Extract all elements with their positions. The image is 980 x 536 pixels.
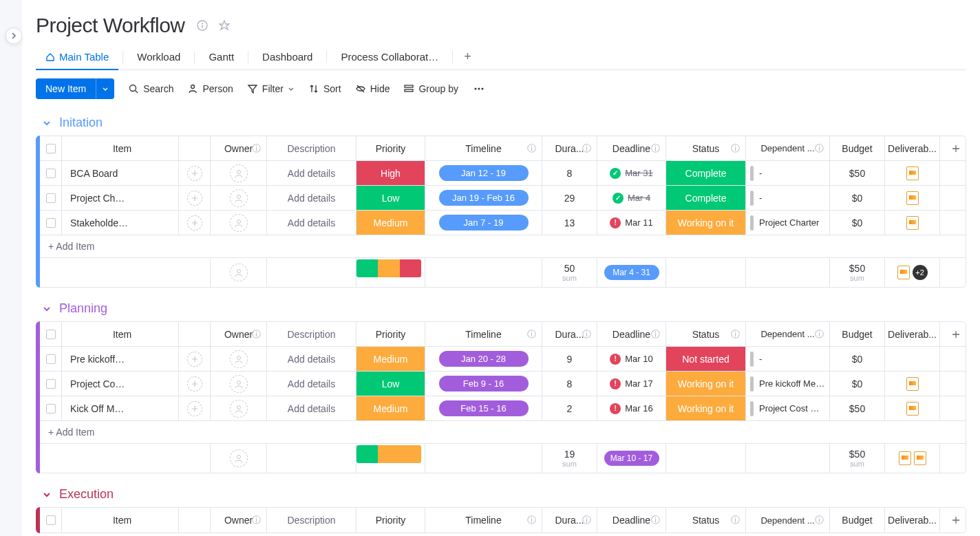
description-cell[interactable]: Add details (267, 347, 356, 371)
row-checkbox[interactable] (46, 193, 56, 203)
group-collapse-button[interactable] (41, 489, 52, 500)
budget-cell[interactable]: $0 (830, 186, 885, 210)
deliverable-cell[interactable] (885, 347, 940, 371)
priority-cell[interactable]: Low (356, 372, 425, 396)
info-icon[interactable]: ⓘ (815, 328, 824, 341)
tab-workload[interactable]: Workload (127, 44, 190, 69)
search-button[interactable]: Search (128, 83, 173, 94)
more-options-button[interactable] (472, 83, 486, 94)
expand-item-button[interactable] (187, 376, 202, 392)
status-cell[interactable]: Working on it (666, 372, 746, 396)
tab-main-table[interactable]: Main Table (36, 44, 118, 69)
priority-cell[interactable]: Medium (356, 396, 425, 420)
add-column-button[interactable] (940, 508, 966, 533)
file-icon[interactable] (906, 167, 919, 180)
timeline-cell[interactable]: Jan 12 - 19 (425, 161, 542, 185)
dependent-cell[interactable]: Project Cost Plan (746, 396, 830, 420)
owner-avatar[interactable] (230, 214, 248, 232)
new-item-button[interactable]: New Item (36, 78, 96, 99)
person-filter-button[interactable]: Person (187, 83, 233, 94)
col-priority[interactable]: Priority (356, 322, 425, 346)
duration-cell[interactable]: 8 (542, 161, 597, 185)
col-timeline[interactable]: Timelineⓘ (425, 136, 542, 160)
sidebar-expand-button[interactable] (6, 28, 22, 44)
duration-cell[interactable]: 2 (542, 396, 597, 420)
info-icon[interactable]: ⓘ (651, 514, 660, 526)
deadline-cell[interactable]: !Mar 16 (597, 396, 666, 420)
dependent-cell[interactable]: - (746, 186, 830, 210)
item-name-cell[interactable]: Pre kickoff… (62, 347, 179, 371)
info-icon[interactable]: ⓘ (731, 142, 740, 155)
deliverable-cell[interactable] (885, 396, 940, 420)
deliverable-cell[interactable] (885, 211, 940, 235)
info-icon[interactable]: ⓘ (651, 328, 660, 341)
group-title[interactable]: Execution (59, 487, 114, 502)
status-cell[interactable]: Working on it (666, 211, 746, 235)
add-view-button[interactable]: + (457, 47, 478, 67)
timeline-cell[interactable]: Jan 20 - 28 (425, 347, 542, 371)
description-cell[interactable]: Add details (267, 211, 356, 235)
description-cell[interactable]: Add details (267, 396, 356, 420)
info-icon[interactable]: ⓘ (252, 328, 261, 341)
star-icon[interactable] (218, 19, 231, 32)
status-cell[interactable]: Not started (666, 347, 746, 371)
row-checkbox[interactable] (46, 169, 56, 178)
timeline-cell[interactable]: Jan 7 - 19 (425, 211, 542, 235)
status-cell[interactable]: Working on it (666, 396, 746, 420)
description-cell[interactable]: Add details (267, 186, 356, 210)
group-title[interactable]: Initation (59, 116, 103, 130)
row-checkbox[interactable] (46, 379, 56, 389)
add-column-button[interactable] (940, 322, 966, 346)
timeline-cell[interactable]: Feb 15 - 16 (425, 396, 542, 420)
col-owner[interactable]: Ownerⓘ (211, 508, 267, 533)
group-title[interactable]: Planning (59, 301, 107, 316)
expand-item-button[interactable] (187, 191, 202, 206)
priority-cell[interactable]: High (356, 161, 425, 185)
dependent-cell[interactable]: Pre kickoff Mee… (746, 372, 830, 396)
duration-cell[interactable]: 9 (542, 347, 597, 371)
file-icon[interactable] (906, 191, 919, 205)
col-deliverable[interactable]: Deliverab... (885, 508, 940, 533)
item-name-cell[interactable]: Kick Off M… (62, 396, 179, 420)
col-status[interactable]: Statusⓘ (666, 322, 746, 346)
col-duration[interactable]: Dura...ⓘ (542, 322, 597, 346)
owner-avatar[interactable] (230, 164, 248, 182)
tab-gantt[interactable]: Gantt (199, 44, 244, 69)
col-owner[interactable]: Ownerⓘ (211, 322, 267, 346)
group-collapse-button[interactable] (41, 118, 52, 129)
col-item[interactable]: Item (62, 136, 179, 160)
priority-cell[interactable]: Medium (356, 211, 425, 235)
expand-item-button[interactable] (187, 352, 202, 367)
select-all-checkbox[interactable] (46, 515, 56, 525)
select-all-checkbox[interactable] (46, 330, 56, 339)
col-item[interactable]: Item (62, 508, 179, 533)
info-icon[interactable]: ⓘ (527, 514, 536, 526)
dependent-cell[interactable]: - (746, 161, 830, 185)
deadline-cell[interactable]: ✓Mar 31 (597, 161, 666, 185)
sort-button[interactable]: Sort (308, 83, 341, 94)
row-checkbox[interactable] (46, 404, 56, 414)
col-dependent[interactable]: Dependent ...ⓘ (746, 322, 830, 346)
owner-avatar[interactable] (230, 400, 248, 418)
budget-cell[interactable]: $0 (830, 372, 885, 396)
info-icon[interactable]: ⓘ (527, 328, 536, 341)
info-icon[interactable] (196, 19, 209, 32)
expand-item-button[interactable] (187, 401, 202, 416)
col-duration[interactable]: Dura...ⓘ (542, 136, 597, 160)
info-icon[interactable]: ⓘ (815, 514, 824, 526)
budget-cell[interactable]: $50 (830, 161, 885, 185)
file-icon[interactable] (906, 216, 919, 230)
deadline-cell[interactable]: !Mar 11 (597, 211, 666, 235)
info-icon[interactable]: ⓘ (252, 514, 261, 526)
col-deliverable[interactable]: Deliverab... (885, 322, 940, 346)
add-column-button[interactable] (940, 136, 966, 160)
col-dependent[interactable]: Dependent ...ⓘ (746, 136, 830, 160)
add-item-row[interactable]: + Add Item (40, 421, 966, 444)
tab-process-collab[interactable]: Process Collaborat… (331, 44, 448, 69)
col-timeline[interactable]: Timelineⓘ (425, 508, 542, 533)
deliverable-cell[interactable] (885, 372, 940, 396)
col-deadline[interactable]: Deadlineⓘ (597, 322, 666, 346)
timeline-cell[interactable]: Feb 9 - 16 (425, 372, 542, 396)
add-item-row[interactable]: + Add Item (40, 235, 966, 258)
dependent-cell[interactable]: Project Charter (746, 211, 830, 235)
